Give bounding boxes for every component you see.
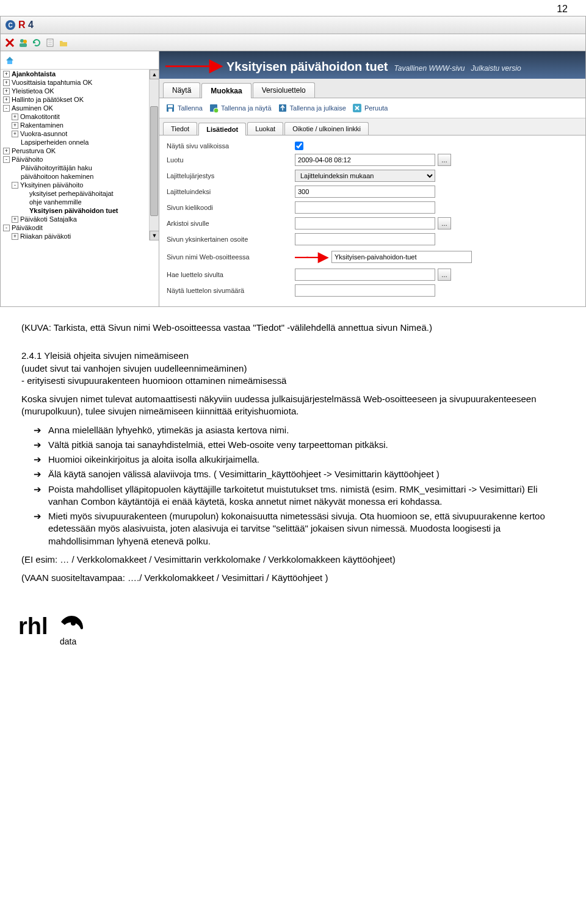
tree-toggle-icon[interactable]: + (12, 114, 18, 120)
tree-node[interactable]: -Päiväkodit (3, 223, 148, 232)
tree-toggle-icon[interactable]: + (3, 96, 10, 103)
tab-edit[interactable]: Muokkaa (201, 83, 251, 98)
tree-node[interactable]: +Vuokra-asunnot (12, 129, 148, 138)
tree-toggle-icon[interactable]: - (12, 182, 18, 189)
archive-to-field[interactable] (295, 217, 435, 229)
show-list-count-field[interactable] (295, 284, 435, 297)
example-2: (VAAN suositeltavampaa: …./ Verkkolomakk… (21, 572, 549, 584)
tree-node[interactable]: +Rakentaminen (12, 121, 148, 129)
folder-icon[interactable] (58, 37, 69, 48)
cancel-button[interactable]: Peruuta (352, 103, 388, 113)
save-publish-button[interactable]: Tallenna ja julkaise (278, 103, 346, 113)
tree-toggle-icon[interactable]: + (12, 216, 18, 223)
tree-node-label: Asuminen OK (12, 104, 53, 112)
tree-toggle-icon[interactable]: - (3, 156, 10, 163)
paragraph-1: Koska sivujen nimet tulevat automaattise… (21, 393, 549, 418)
tree-leaf-icon (12, 173, 19, 180)
tree-scrollbar[interactable]: ▲ ▼ (149, 70, 159, 240)
subtab-oikotie[interactable]: Oikotie / ulkoinen linkki (284, 122, 369, 135)
tree-node[interactable]: +Omakotitontit (12, 112, 148, 121)
tree-node[interactable]: Yksityisen päivähoidon tuet (20, 206, 148, 215)
fetch-list-field[interactable] (295, 269, 435, 281)
tree-node[interactable]: päivähoitoon hakeminen (12, 172, 148, 181)
simple-url-field[interactable] (295, 233, 435, 245)
scroll-up-icon[interactable]: ▲ (150, 70, 159, 79)
lang-code-field[interactable] (295, 201, 435, 214)
svg-point-16 (214, 108, 219, 113)
page-status-label: Julkaistu versio (471, 64, 521, 73)
tree-node[interactable]: +Päiväkoti Satajalka (12, 215, 148, 223)
document-icon[interactable] (45, 37, 56, 48)
save-button[interactable]: Tallenna (165, 103, 203, 113)
created-picker-button[interactable]: … (438, 154, 451, 166)
subtab-tiedot[interactable]: Tiedot (163, 122, 197, 135)
refresh-icon[interactable] (31, 37, 42, 48)
tree-node[interactable]: +Hallinto ja päätökset OK (3, 95, 148, 104)
show-in-selections-checkbox[interactable] (295, 142, 303, 150)
svg-point-22 (71, 621, 76, 626)
sort-order-select[interactable]: Lajitteluindeksin mukaan (295, 170, 435, 182)
created-field[interactable] (295, 154, 435, 166)
tree-node[interactable]: -Päivähoito (3, 155, 148, 164)
subtab-luokat[interactable]: Luokat (247, 122, 283, 135)
tree-node-label: Yksityinen päivähoito (20, 181, 83, 189)
tree-node[interactable]: -Yksityinen päivähoito (12, 181, 148, 189)
archive-to-label: Arkistoi sivulle (167, 220, 295, 227)
web-name-label: Sivun nimi Web-osoitteessa (167, 253, 295, 261)
example-1: (EI esim: … / Verkkolomakkeet / Vesimitt… (21, 554, 549, 566)
tree-node[interactable]: +Riiakan päiväkoti (12, 232, 148, 240)
bullet-item: Vältä pitkiä sanoja tai sanayhdistelmiä,… (30, 439, 549, 451)
tree-toggle-icon[interactable]: - (3, 105, 10, 112)
bullet-item: Huomioi oikeinkirjoitus ja aloita isolla… (30, 453, 549, 466)
show-in-selections-label: Näytä sivu valikoissa (167, 142, 295, 150)
tree-node[interactable]: +Perusturva OK (3, 146, 148, 155)
save-label: Tallenna (178, 104, 203, 112)
sort-index-field[interactable] (295, 186, 435, 198)
titlebar: ———▶ Yksityisen päivähoidon tuet Tavalli… (159, 51, 585, 79)
tab-view[interactable]: Näytä (163, 82, 200, 98)
save-show-button[interactable]: Tallenna ja näytä (209, 103, 272, 113)
tree-home-icon[interactable] (4, 55, 15, 66)
svg-text:rhl: rhl (18, 613, 48, 639)
page-number: 12 (0, 0, 586, 16)
fetch-list-label: Hae luettelo sivulta (167, 271, 295, 278)
subtab-lisatiedot[interactable]: Lisätiedot (198, 123, 246, 135)
tree-toggle-icon[interactable]: + (3, 88, 10, 95)
tree-node[interactable]: Lapsiperheiden onnela (12, 138, 148, 146)
tree-node[interactable]: +Ajankohtaista (3, 70, 148, 78)
page-tree[interactable]: +Ajankohtaista+Vuosittaisia tapahtumia O… (1, 70, 159, 240)
scroll-down-icon[interactable]: ▼ (150, 231, 159, 240)
archive-to-picker-button[interactable]: … (438, 217, 451, 229)
tree-node[interactable]: +Vuosittaisia tapahtumia OK (3, 78, 148, 87)
save-show-label: Tallenna ja näytä (221, 104, 272, 112)
tree-node-label: yksityiset perhepäivähoitajat (29, 190, 114, 197)
tree-toggle-icon[interactable]: + (12, 233, 18, 240)
tree-leaf-icon (20, 190, 27, 197)
content-panel: ———▶ Yksityisen päivähoidon tuet Tavalli… (159, 51, 585, 306)
tree-node[interactable]: ohje vanhemmille (20, 198, 148, 206)
scroll-thumb[interactable] (150, 106, 158, 216)
tree-toggle-icon[interactable]: + (3, 79, 10, 86)
tree-node[interactable]: Päivähoitoyrittäjän haku (12, 164, 148, 172)
tree-node[interactable]: +Yleistietoa OK (3, 87, 148, 95)
tree-node[interactable]: -Asuminen OK (3, 104, 148, 112)
tree-toggle-icon[interactable]: + (12, 122, 18, 129)
bullet-item: Poista mahdolliset ylläpitopuolen käyttä… (30, 483, 549, 508)
tree-toggle-icon[interactable]: + (3, 148, 10, 154)
tree-node-label: Riiakan päiväkoti (20, 233, 71, 240)
close-icon[interactable] (4, 37, 15, 48)
svg-rect-11 (7, 60, 12, 64)
cancel-icon (352, 103, 362, 113)
tree-node-label: Omakotitontit (20, 113, 60, 120)
tree-toggle-icon[interactable]: - (3, 225, 10, 231)
tree-toggle-icon[interactable]: + (12, 131, 18, 137)
tree-node[interactable]: yksityiset perhepäivähoitajat (20, 189, 148, 198)
fetch-list-picker-button[interactable]: … (438, 269, 451, 281)
icon-toolbar (0, 34, 586, 51)
web-name-field[interactable] (331, 251, 472, 263)
users-icon[interactable] (18, 37, 29, 48)
tree-toggle-icon[interactable]: + (3, 71, 10, 78)
save-publish-label: Tallenna ja julkaise (290, 104, 346, 112)
tab-versions[interactable]: Versioluettelo (253, 82, 315, 98)
lang-code-label: Sivun kielikoodi (167, 204, 295, 211)
